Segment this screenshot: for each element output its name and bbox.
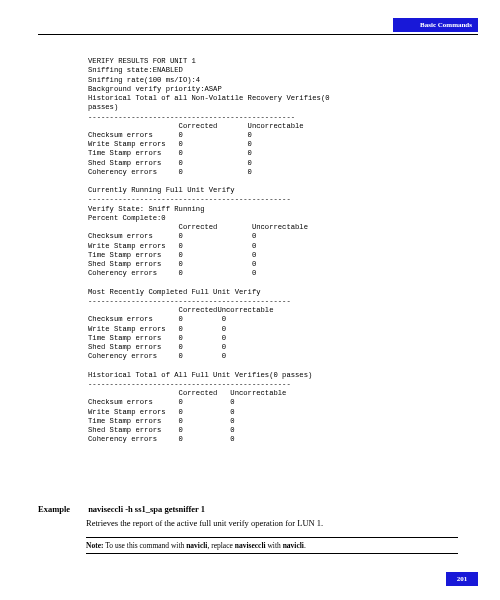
page: Basic Commands VERIFY RESULTS FOR UNIT 1… — [0, 0, 500, 600]
note-bold-a: navicli — [186, 541, 207, 550]
note-bold-c: navicli — [283, 541, 304, 550]
note-text-c: with — [266, 541, 283, 550]
section-header: Basic Commands — [393, 18, 478, 32]
page-number-badge: 201 — [446, 572, 478, 586]
note-block: Note: To use this command with navicli, … — [86, 537, 458, 554]
note-prefix: Note: — [86, 541, 104, 550]
note-bold-b: naviseccli — [235, 541, 266, 550]
section-title: Basic Commands — [420, 21, 472, 29]
example-label: Example — [38, 504, 86, 514]
note-text-d: . — [304, 541, 306, 550]
example-block: Example naviseccli -h ss1_spa getsniffer… — [38, 504, 460, 529]
example-command: naviseccli -h ss1_spa getsniffer 1 — [88, 504, 205, 514]
note-text-a: To use this command with — [104, 541, 187, 550]
example-description: Retrieves the report of the active full … — [86, 518, 460, 529]
page-number: 201 — [457, 575, 468, 583]
console-output: VERIFY RESULTS FOR UNIT 1 Sniffing state… — [88, 57, 444, 444]
note-text-b: , replace — [207, 541, 234, 550]
header-rule — [38, 34, 478, 35]
